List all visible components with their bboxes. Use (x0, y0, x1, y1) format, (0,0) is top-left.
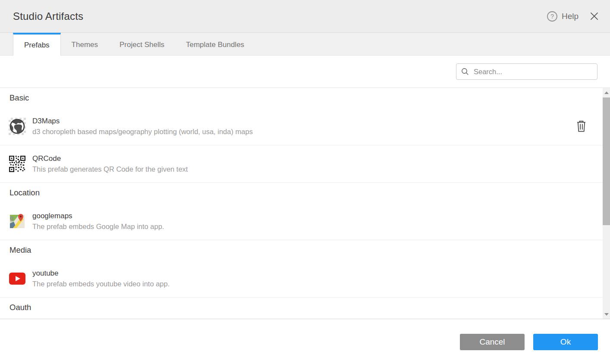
prefab-description: This prefab generates QR Code for the gi… (32, 165, 188, 173)
prefab-text: QRCodeThis prefab generates QR Code for … (32, 154, 188, 173)
close-icon (590, 12, 599, 21)
delete-prefab-button[interactable] (576, 120, 586, 132)
tab-label: Themes (72, 41, 98, 49)
trash-icon (576, 120, 586, 132)
prefab-title: QRCode (32, 154, 188, 163)
prefab-item-youtube[interactable]: youtubeThe prefab embeds youtube video i… (0, 260, 603, 298)
search-box[interactable] (456, 63, 597, 80)
prefab-item-d3maps[interactable]: D3Mapsd3 choropleth based maps/geography… (0, 108, 603, 145)
help-circle-icon: ? (547, 11, 558, 22)
section-header-media: Media (0, 240, 603, 260)
prefab-title: youtube (32, 269, 170, 278)
tab-label: Template Bundles (186, 41, 244, 49)
prefab-description: The prefab embeds youtube video into app… (32, 280, 170, 288)
section-header-location: Location (0, 183, 603, 203)
svg-text:?: ? (550, 13, 554, 20)
prefab-item-qrcode[interactable]: QRCodeThis prefab generates QR Code for … (0, 145, 603, 183)
section-header-basic: Basic (0, 88, 603, 108)
tab-template-bundles[interactable]: Template Bundles (175, 33, 255, 55)
help-button[interactable]: ? Help (547, 11, 579, 22)
ok-button[interactable]: Ok (533, 334, 598, 350)
prefab-text: D3Mapsd3 choropleth based maps/geography… (32, 117, 253, 136)
prefab-list-items: BasicD3Mapsd3 choropleth based maps/geog… (0, 88, 603, 317)
tab-project-shells[interactable]: Project Shells (109, 33, 175, 55)
prefab-title: D3Maps (32, 117, 253, 126)
dialog-title: Studio Artifacts (13, 10, 83, 22)
section-header-oauth: Oauth (0, 298, 603, 317)
tab-themes[interactable]: Themes (61, 33, 109, 55)
google-maps-icon: g (9, 213, 26, 230)
qrcode-icon (9, 155, 26, 173)
svg-text:g: g (10, 214, 14, 221)
prefab-description: d3 choropleth based maps/geography plott… (32, 128, 253, 136)
prefab-text: googlemapsThe prefab embeds Google Map i… (32, 212, 164, 231)
header-actions: ? Help (547, 11, 599, 22)
search-row (0, 56, 610, 88)
tab-label: Prefabs (24, 41, 50, 50)
help-label: Help (562, 12, 579, 21)
tab-prefabs[interactable]: Prefabs (13, 33, 61, 56)
scroll-up-arrow-icon[interactable] (603, 89, 610, 96)
scroll-down-arrow-icon[interactable] (603, 311, 610, 318)
search-input[interactable] (473, 67, 592, 76)
tab-label: Project Shells (119, 41, 164, 49)
dialog-header: Studio Artifacts ? Help (0, 0, 610, 33)
prefab-list: BasicD3Mapsd3 choropleth based maps/geog… (0, 88, 610, 319)
close-button[interactable] (590, 12, 599, 21)
globe-icon (9, 118, 26, 135)
scrollbar-thumb[interactable] (603, 97, 610, 225)
cancel-button[interactable]: Cancel (460, 334, 525, 350)
search-icon (461, 68, 469, 75)
prefab-title: googlemaps (32, 212, 164, 220)
youtube-icon (9, 270, 26, 287)
scrollbar[interactable] (603, 88, 610, 319)
tab-bar: PrefabsThemesProject ShellsTemplate Bund… (0, 33, 610, 56)
prefab-text: youtubeThe prefab embeds youtube video i… (32, 269, 170, 288)
prefab-description: The prefab embeds Google Map into app. (32, 223, 164, 231)
prefab-item-googlemaps[interactable]: ggooglemapsThe prefab embeds Google Map … (0, 203, 603, 240)
